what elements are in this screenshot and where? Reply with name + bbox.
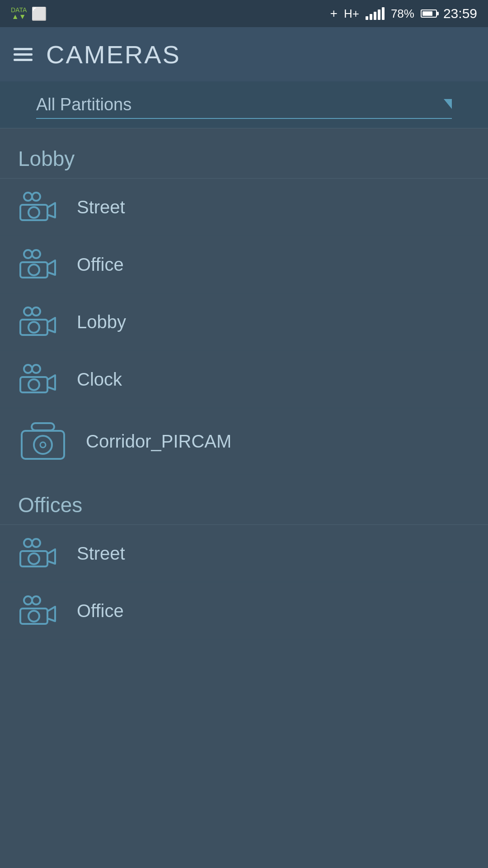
- camera-name: Clock: [77, 369, 122, 390]
- section-offices: Offices Street: [0, 475, 488, 640]
- section-title-offices: Offices: [0, 475, 488, 525]
- camera-item-lobby-street[interactable]: Street: [0, 179, 488, 236]
- bluetooth-icon: +: [330, 6, 338, 21]
- camera-video-icon: [18, 538, 59, 569]
- svg-point-30: [32, 596, 40, 604]
- hamburger-line-3: [14, 59, 33, 61]
- svg-rect-20: [32, 423, 54, 430]
- app-header: CAMERAS: [0, 27, 488, 81]
- battery-percent: 78%: [391, 7, 414, 21]
- camera-list: Lobby Street: [0, 128, 488, 640]
- camera-video-icon: [18, 191, 59, 223]
- camera-pir-icon: [18, 421, 68, 462]
- battery-icon: [421, 9, 437, 18]
- camera-name: Office: [77, 601, 124, 621]
- hamburger-line-2: [14, 53, 33, 56]
- svg-marker-14: [47, 318, 55, 332]
- svg-marker-33: [47, 607, 55, 621]
- status-bar-right: + H+ 78% 23:59: [330, 6, 477, 21]
- svg-marker-9: [47, 260, 55, 275]
- svg-point-22: [34, 436, 52, 454]
- camera-item-lobby-lobby[interactable]: Lobby: [0, 293, 488, 351]
- svg-point-27: [28, 553, 39, 564]
- page-title: CAMERAS: [46, 40, 181, 69]
- camera-video-icon: [18, 363, 59, 395]
- partition-label: All Partitions: [36, 95, 452, 119]
- network-type: H+: [344, 7, 359, 21]
- camera-item-offices-office[interactable]: Office: [0, 582, 488, 640]
- status-bar: DATA ▲▼ ⬜ + H+ 78% 23:59: [0, 0, 488, 27]
- camera-name: Corridor_PIRCAM: [86, 431, 231, 452]
- svg-point-32: [28, 611, 39, 622]
- camera-name: Street: [77, 543, 125, 564]
- camera-name: Street: [77, 197, 125, 217]
- status-bar-left: DATA ▲▼ ⬜: [11, 6, 47, 21]
- camera-item-lobby-clock[interactable]: Clock: [0, 351, 488, 408]
- svg-marker-4: [47, 203, 55, 217]
- hamburger-line-1: [14, 48, 33, 50]
- svg-point-24: [24, 539, 32, 547]
- svg-point-16: [32, 365, 40, 373]
- svg-point-6: [32, 250, 40, 258]
- camera-name: Lobby: [77, 312, 126, 332]
- svg-point-11: [32, 307, 40, 316]
- signal-bars: [366, 7, 385, 20]
- svg-point-5: [24, 250, 32, 258]
- svg-point-25: [32, 539, 40, 547]
- gallery-icon: ⬜: [31, 6, 47, 21]
- svg-point-15: [24, 365, 32, 373]
- svg-point-23: [40, 442, 46, 448]
- svg-marker-28: [47, 549, 55, 564]
- camera-video-icon: [18, 249, 59, 280]
- camera-video-icon: [18, 306, 59, 338]
- camera-name: Office: [77, 255, 124, 275]
- section-title-lobby: Lobby: [0, 128, 488, 179]
- menu-button[interactable]: [14, 48, 33, 61]
- svg-point-8: [28, 264, 39, 275]
- clock: 23:59: [443, 6, 477, 21]
- svg-point-29: [24, 596, 32, 604]
- camera-item-lobby-pircam[interactable]: Corridor_PIRCAM: [0, 408, 488, 475]
- partition-selector[interactable]: All Partitions: [0, 81, 488, 128]
- data-indicator: DATA ▲▼: [11, 7, 27, 20]
- section-lobby: Lobby Street: [0, 128, 488, 475]
- svg-point-1: [32, 193, 40, 201]
- partition-arrow-icon: [444, 99, 452, 109]
- camera-item-lobby-office[interactable]: Office: [0, 236, 488, 293]
- svg-point-10: [24, 307, 32, 316]
- camera-video-icon: [18, 595, 59, 627]
- svg-point-0: [24, 193, 32, 201]
- svg-point-3: [28, 207, 39, 218]
- svg-point-18: [28, 379, 39, 390]
- svg-point-13: [28, 322, 39, 333]
- camera-item-offices-street[interactable]: Street: [0, 525, 488, 582]
- svg-marker-19: [47, 375, 55, 390]
